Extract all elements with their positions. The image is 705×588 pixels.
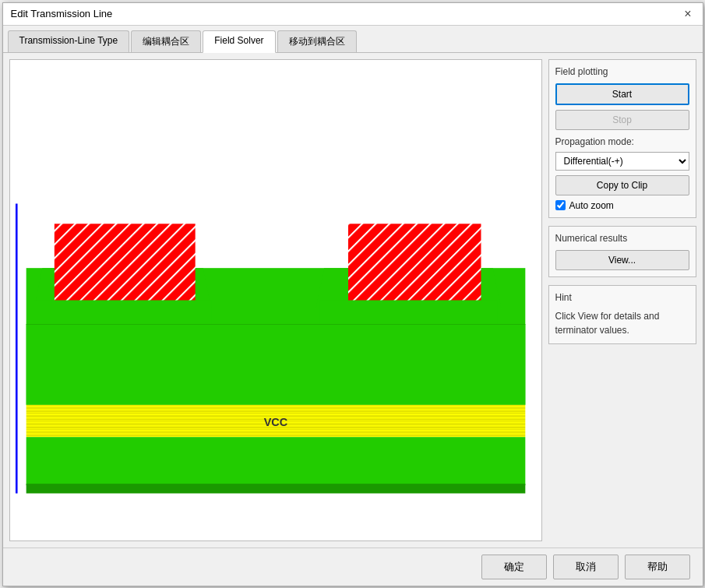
tab-bar: Transmission-Line Type 编辑耦合区 Field Solve…: [3, 26, 703, 53]
dialog: Edit Transmission Line × Transmission-Li…: [2, 2, 703, 586]
hint-section: Hint Click View for details and terminat…: [548, 285, 696, 344]
bottom-line: [26, 484, 525, 493]
left-platform: [34, 300, 211, 324]
tab-field-solver[interactable]: Field Solver: [203, 30, 275, 53]
right-trace: [348, 224, 481, 312]
field-plotting-title: Field plotting: [555, 66, 689, 77]
right-platform: [319, 300, 496, 324]
right-panel: Field plotting Start Stop Propagation mo…: [548, 59, 696, 541]
help-button[interactable]: 帮助: [625, 555, 690, 579]
field-plotting-section: Field plotting Start Stop Propagation mo…: [548, 59, 696, 218]
copy-to-clip-button[interactable]: Copy to Clip: [555, 175, 689, 195]
field-view: VCC: [9, 59, 542, 541]
hint-title: Hint: [555, 292, 689, 303]
numerical-results-section: Numerical results View...: [548, 226, 696, 277]
main-content: VCC Field plotting Start Stop Propagatio…: [3, 53, 703, 548]
field-svg: VCC: [10, 60, 541, 540]
vcc-label: VCC: [263, 415, 287, 428]
propagation-mode-label: Propagation mode:: [555, 136, 689, 147]
numerical-results-title: Numerical results: [555, 233, 689, 244]
title-bar: Edit Transmission Line ×: [3, 3, 703, 26]
auto-zoom-row: Auto zoom: [555, 200, 689, 211]
tab-edit-coupling[interactable]: 编辑耦合区: [131, 30, 201, 52]
cancel-button[interactable]: 取消: [553, 555, 619, 579]
footer: 确定 取消 帮助: [3, 548, 703, 586]
dialog-title: Edit Transmission Line: [11, 8, 113, 19]
tab-transmission-line-type[interactable]: Transmission-Line Type: [8, 30, 130, 52]
close-button[interactable]: ×: [681, 8, 694, 20]
propagation-mode-select[interactable]: Differential(-+) Common Mode 1 Mode 2: [555, 152, 689, 171]
auto-zoom-label: Auto zoom: [569, 200, 614, 211]
start-button[interactable]: Start: [555, 83, 689, 105]
ground-plane: [26, 437, 525, 485]
view-button[interactable]: View...: [555, 250, 689, 270]
ok-button[interactable]: 确定: [481, 555, 547, 579]
left-trace: [54, 224, 195, 312]
auto-zoom-checkbox[interactable]: [555, 200, 566, 210]
substrate-main: [26, 324, 525, 404]
tab-move-to-coupling[interactable]: 移动到耦合区: [277, 30, 357, 52]
hint-text: Click View for details and terminator va…: [555, 309, 689, 337]
stop-button[interactable]: Stop: [555, 110, 689, 130]
